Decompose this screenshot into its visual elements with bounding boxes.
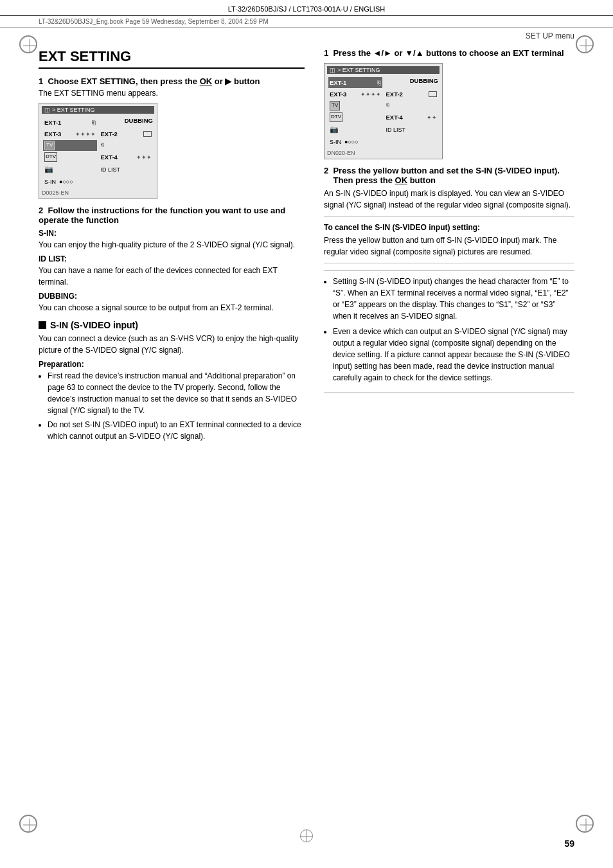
menu-item-sin: ID LIST (100, 163, 154, 176)
menu-dubbing-label: DUBBING (100, 117, 154, 128)
prep-bullet-2: Do not set S-IN (S-VIDEO input) to an EX… (48, 419, 305, 442)
page-number: 59 (564, 838, 574, 849)
menu-item-ext2b: ⎗ (100, 140, 154, 151)
corner-decoration-br (576, 815, 594, 833)
sin-section-heading: S-IN (S-VIDEO input) (39, 320, 305, 330)
right-step2-heading: 2 Press the yellow button and set the S-… (324, 166, 574, 185)
menu-item-ext4: EXT-4 ✦✦✦ (100, 152, 154, 163)
right-menu-item-camera: 📷 (328, 123, 382, 136)
crosshair-tr (580, 39, 592, 52)
right-step1-heading: 1 Press the ◄/► or ▼/▲ buttons to choose… (324, 48, 574, 58)
info-bullet-list: Setting S-IN (S-VIDEO input) changes the… (324, 276, 574, 384)
left-menu-caption: D0025-EN (42, 190, 154, 196)
idlist-text: You can have a name for each of the devi… (39, 265, 305, 288)
menu-item-sin2: S-IN ●○○○ (43, 177, 153, 187)
menu-item-ext1: EXT-1 ⎗ (43, 117, 97, 128)
menu-item-tv: TV (43, 140, 97, 151)
dubbing-text: You can choose a signal source to be out… (39, 302, 305, 314)
right-menu-item-dtv: DTV (328, 112, 382, 123)
right-menu-item-ext1: EXT-1 ⎗ (328, 77, 382, 88)
crosshair-br (580, 819, 592, 831)
corner-decoration-tl (19, 35, 37, 53)
right-menu-item-sin: S-IN ●○○○ (328, 137, 438, 147)
divider-2 (324, 263, 574, 263)
menu-item-ext2: EXT-2 (100, 128, 154, 139)
right-menu-item-ext4: EXT-4 ✦✦ (385, 112, 439, 123)
dubbing-label: DUBBING: (39, 292, 305, 301)
sin-intro: You can connect a device (such as an S-V… (39, 333, 305, 356)
right-menu-item-ext2: EXT-2 (385, 89, 439, 100)
main-content: EXT SETTING 1 Choose EXT SETTING, then p… (0, 42, 613, 452)
step1-heading: 1 Choose EXT SETTING, then press the OK … (39, 76, 305, 86)
step2-heading: 2 Follow the instructions for the functi… (39, 206, 305, 225)
menu-item-dtv: DTV (43, 152, 97, 163)
right-menu-item-ext3: EXT-3 ✦✦✦✦ (328, 89, 382, 100)
prep-bullet-list: First read the device’s instruction manu… (39, 370, 305, 442)
crosshair-tl (23, 39, 36, 52)
page-header: LT-32/26D50BJ/SJ / LCT1703-001A-U / ENGL… (0, 0, 613, 16)
menu-item-ext3: EXT-3 ✦✦✦✦ (43, 128, 97, 139)
crosshair-bl (23, 819, 36, 831)
right-menu-mockup: ◫ > EXT SETTING EXT-1 ⎗ DUBBING EXT-3 ✦✦… (324, 63, 443, 159)
header-title: LT-32/26D50BJ/SJ / LCT1703-001A-U / ENGL… (228, 5, 385, 13)
right-menu-item-idlist: ID LIST (385, 123, 439, 136)
right-menu-header: ◫ > EXT SETTING (327, 66, 440, 74)
corner-decoration-bl (19, 815, 37, 833)
book-info-text: LT-32&26D50BJSJ_Eng.book Page 59 Wednesd… (39, 18, 268, 25)
book-info-line: LT-32&26D50BJSJ_Eng.book Page 59 Wednesd… (0, 16, 613, 28)
left-menu-mockup: ◫ > EXT SETTING EXT-1 ⎗ DUBBING EXT-3 ✦✦… (39, 103, 157, 199)
idlist-label: ID LIST: (39, 254, 305, 263)
crosshair-circle (300, 829, 313, 842)
right-menu-item-ext2b: ⎗ (385, 100, 439, 111)
info-bullet-2: Even a device which can output an S-VIDE… (333, 326, 574, 384)
left-column: EXT SETTING 1 Choose EXT SETTING, then p… (39, 48, 305, 446)
left-menu-header: ◫ > EXT SETTING (42, 106, 154, 114)
right-step2-text: An S-IN (S-VIDEO input) mark is displaye… (324, 188, 574, 211)
right-menu-item-tv: TV (328, 100, 382, 111)
right-menu-caption: DN020-EN (327, 150, 440, 156)
square-bullet-icon (39, 321, 46, 329)
prep-heading: Preparation: (39, 360, 305, 369)
sin-text: You can enjoy the high-quality picture o… (39, 239, 305, 251)
sin-label: S-IN: (39, 229, 305, 238)
right-menu-dubbing-label: DUBBING (385, 77, 439, 88)
prep-bullet-1: First read the device’s instruction manu… (48, 370, 305, 416)
page-wrapper: LT-32/26D50BJ/SJ / LCT1703-001A-U / ENGL… (0, 0, 613, 868)
to-cancel-text: Press the yellow button and turn off S-I… (324, 235, 574, 258)
right-column: 1 Press the ◄/► or ▼/▲ buttons to choose… (324, 48, 574, 446)
step1-subtext: The EXT SETTING menu appears. (39, 89, 305, 98)
section-label: SET UP menu (0, 28, 613, 42)
to-cancel-heading: To cancel the S-IN (S-VIDEO input) setti… (324, 223, 574, 232)
corner-decoration-tr (576, 35, 594, 53)
info-box: Setting S-IN (S-VIDEO input) changes the… (324, 270, 574, 393)
ext-setting-title: EXT SETTING (39, 48, 305, 69)
divider-1 (324, 216, 574, 217)
menu-item-camera: 📷 (43, 163, 97, 176)
info-bullet-1: Setting S-IN (S-VIDEO input) changes the… (333, 276, 574, 322)
bottom-center-crosshair (300, 829, 313, 842)
